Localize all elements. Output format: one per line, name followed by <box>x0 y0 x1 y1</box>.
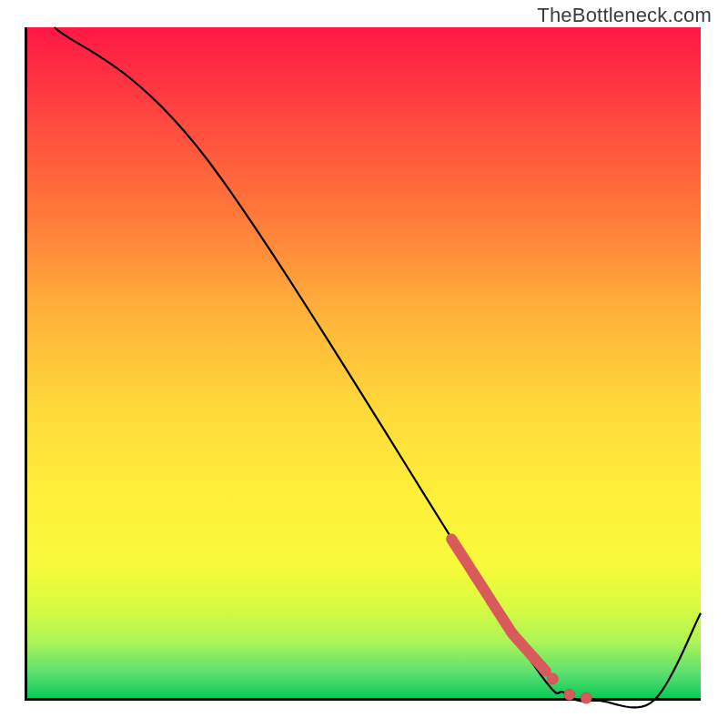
highlight-dot-2 <box>581 693 592 703</box>
bottleneck-curve <box>55 27 701 707</box>
plot-overlay <box>27 27 701 701</box>
watermark-text: TheBottleneck.com <box>537 4 712 27</box>
highlight-dot-1 <box>564 689 575 700</box>
chart-frame: TheBottleneck.com <box>0 0 728 728</box>
highlight-dot-0 <box>547 673 558 684</box>
highlight-segment <box>451 539 546 671</box>
